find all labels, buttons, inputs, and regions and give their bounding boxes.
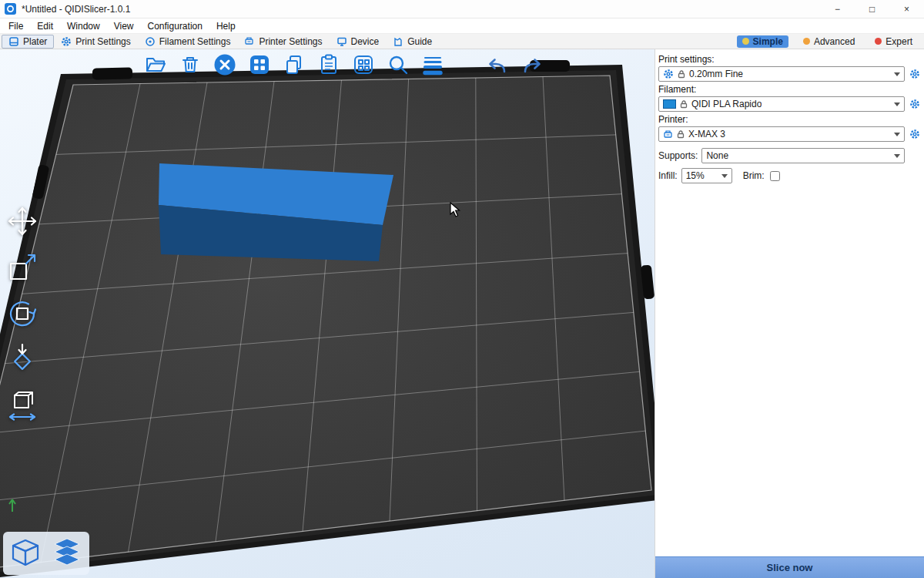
filament-gear-button[interactable]: [909, 99, 921, 109]
chevron-down-icon: [894, 72, 900, 76]
print-settings-combo[interactable]: 0.20mm Fine: [658, 66, 905, 82]
open-folder-button[interactable]: [143, 52, 168, 77]
print-settings-label: Print settings:: [658, 54, 921, 65]
printer-label: Printer:: [658, 114, 921, 125]
supports-label: Supports:: [658, 150, 698, 161]
mode-label: Simple: [753, 36, 783, 47]
print-settings-icon: [61, 36, 72, 47]
supports-value: None: [706, 150, 728, 161]
plater-icon: [8, 36, 19, 47]
sidebar: Print settings: 0.20mm Fine Filament: QI…: [654, 49, 924, 578]
tab-printer-settings[interactable]: Printer Settings: [237, 35, 329, 49]
measure-gizmo-icon[interactable]: [5, 388, 40, 424]
tab-label: Printer Settings: [259, 36, 322, 47]
copy-button[interactable]: [282, 52, 306, 77]
rotate-gizmo-icon[interactable]: [5, 296, 40, 331]
menubar: File Edit Window View Configuration Help: [0, 18, 924, 34]
tab-label: Filament Settings: [159, 36, 231, 47]
build-plate[interactable]: [0, 49, 654, 578]
app-logo-icon: [5, 3, 16, 15]
view-switcher: [3, 532, 89, 575]
gear-icon: [909, 99, 920, 109]
expert-mode-dot-icon: [875, 38, 882, 45]
redo-button[interactable]: [520, 52, 544, 77]
tab-label: Guide: [407, 36, 432, 47]
slice-now-button[interactable]: Slice now: [655, 556, 924, 578]
mode-label: Advanced: [814, 36, 855, 47]
print-settings-gear-button[interactable]: [909, 69, 921, 79]
printer-combo[interactable]: X-MAX 3: [658, 126, 905, 142]
window-title: *Untitled - QIDISlicer-1.0.1: [22, 4, 130, 15]
tab-device[interactable]: Device: [330, 35, 387, 49]
mode-simple[interactable]: Simple: [737, 35, 788, 48]
print-settings-value: 0.20mm Fine: [689, 69, 743, 79]
menu-file[interactable]: File: [2, 18, 30, 33]
tab-plater[interactable]: Plater: [2, 35, 54, 49]
undo-button[interactable]: [485, 52, 510, 77]
arrange-button[interactable]: [247, 52, 272, 77]
paste-button[interactable]: [316, 52, 341, 77]
menu-help[interactable]: Help: [209, 18, 243, 33]
infill-value: 15%: [686, 170, 705, 181]
mode-expert[interactable]: Expert: [869, 35, 918, 48]
mode-label: Expert: [886, 36, 912, 47]
mode-advanced[interactable]: Advanced: [798, 35, 860, 48]
tab-print-settings[interactable]: Print Settings: [54, 35, 137, 49]
fill-bed-button[interactable]: [351, 52, 376, 77]
infill-combo[interactable]: 15%: [681, 168, 732, 183]
simple-mode-dot-icon: [742, 38, 749, 45]
close-button[interactable]: ×: [889, 0, 924, 18]
gizmo-toolbar: [5, 203, 40, 424]
tab-label: Device: [351, 36, 380, 47]
scale-gizmo-icon[interactable]: [5, 250, 40, 285]
filament-value: QIDI PLA Rapido: [691, 99, 762, 109]
brim-checkbox[interactable]: [770, 171, 780, 181]
filament-settings-icon: [145, 36, 156, 47]
menu-configuration[interactable]: Configuration: [141, 18, 209, 33]
guide-icon: [393, 36, 403, 47]
preview-view-button[interactable]: [49, 536, 85, 571]
gear-icon: [663, 69, 674, 79]
tab-label: Plater: [23, 36, 47, 47]
advanced-mode-dot-icon: [803, 38, 810, 45]
3d-viewport[interactable]: [0, 49, 654, 578]
tabbar: Plater Print Settings Filament Settings …: [0, 34, 924, 49]
lock-icon: [676, 129, 685, 139]
3d-editor-view-button[interactable]: [8, 536, 43, 571]
menu-edit[interactable]: Edit: [30, 18, 60, 33]
tab-guide[interactable]: Guide: [386, 35, 439, 49]
minimize-button[interactable]: −: [820, 0, 855, 18]
lock-icon: [677, 69, 686, 79]
titlebar: *Untitled - QIDISlicer-1.0.1 − □ ×: [0, 0, 924, 18]
place-on-face-gizmo-icon[interactable]: [5, 342, 40, 378]
menu-window[interactable]: Window: [60, 18, 107, 33]
infill-label: Infill:: [658, 170, 678, 181]
supports-combo[interactable]: None: [701, 148, 905, 163]
delete-button[interactable]: [178, 52, 203, 77]
printer-gear-button[interactable]: [909, 129, 921, 139]
device-icon: [336, 36, 347, 47]
filament-combo[interactable]: QIDI PLA Rapido: [658, 96, 905, 112]
plate-clip: [92, 67, 132, 79]
filament-color-swatch: [663, 99, 676, 109]
delete-all-button[interactable]: [213, 52, 237, 77]
move-gizmo-icon[interactable]: [5, 203, 40, 239]
lock-icon: [679, 99, 688, 109]
plate-surface: [0, 76, 651, 573]
printer-value: X-MAX 3: [688, 129, 725, 139]
maximize-button[interactable]: □: [855, 0, 889, 18]
gear-icon: [909, 69, 920, 79]
tab-filament-settings[interactable]: Filament Settings: [138, 35, 238, 49]
search-button[interactable]: [386, 52, 410, 77]
brim-label: Brim:: [743, 170, 765, 181]
chevron-down-icon: [721, 174, 728, 178]
filament-label: Filament:: [658, 84, 921, 95]
menu-view[interactable]: View: [107, 18, 141, 33]
viewport-toolbar: [143, 52, 544, 77]
model-box[interactable]: [159, 163, 393, 261]
variable-layer-height-button[interactable]: [420, 52, 445, 77]
tab-label: Print Settings: [75, 36, 130, 47]
printer-settings-icon: [244, 36, 255, 47]
chevron-down-icon: [894, 154, 900, 158]
chevron-down-icon: [894, 102, 900, 106]
